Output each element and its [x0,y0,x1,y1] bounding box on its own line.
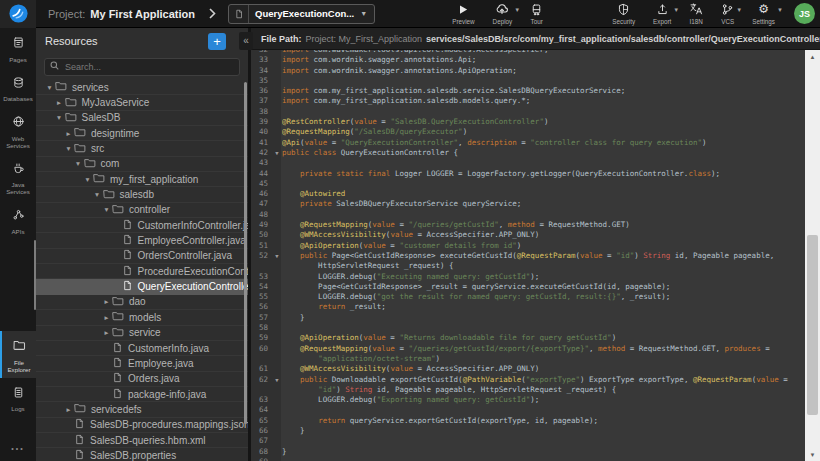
collapse-arrow-icon[interactable]: ► [101,314,112,321]
expand-arrow-icon[interactable]: ▼ [44,84,55,91]
code-line[interactable]: "id") String id, Pageable pageable, Http… [251,385,805,395]
search-input[interactable] [44,58,240,76]
deploy-button[interactable]: ▼Deploy [493,2,513,25]
tree-item[interactable]: ▼com [36,157,248,172]
code-line[interactable]: 44 private static final Logger LOGGER = … [251,169,805,179]
code-line[interactable]: 59 @ApiOperation(value = "Returns downlo… [251,333,805,343]
code-line[interactable]: 42▼public class QueryExecutionController… [251,148,805,158]
editor-scrollbar[interactable]: ▲ ▼ [805,50,820,461]
preview-button[interactable]: Preview [452,2,474,25]
vcs-button[interactable]: ▼VCS [721,2,734,25]
tree-item[interactable]: ►MyJavaService [36,95,248,110]
export-button[interactable]: ▼Export [653,2,671,25]
code-line[interactable]: 37import com.my_first_application.salesd… [251,96,805,106]
tree-item[interactable]: EmployeeController.java [36,233,248,248]
code-line[interactable]: 62▼ public Downloadable exportGetCustId(… [251,375,805,385]
expand-arrow-icon[interactable]: ▼ [54,114,65,121]
code-line[interactable]: 60 @RequestMapping(value = "/queries/get… [251,344,805,354]
scroll-up-icon[interactable]: ▲ [805,50,820,63]
sidebar-item-file-explorer[interactable]: File Explorer [0,331,36,378]
fold-marker-icon[interactable]: ▼ [272,375,282,385]
code-line[interactable]: "application/octet-stream") [251,354,805,364]
tree-item[interactable]: CustomerInfo.java [36,341,248,356]
fold-marker-icon[interactable]: ▼ [272,251,282,261]
code-line[interactable]: 58 [251,323,805,333]
code-line[interactable]: 38 [251,107,805,117]
tree-item[interactable]: ►servicedefs [36,402,248,417]
settings-button[interactable]: ⚙▼Settings [752,2,775,25]
collapse-arrow-icon[interactable]: ► [101,329,112,336]
tree-item[interactable]: Employee.java [36,356,248,371]
tree-item[interactable]: ►service [36,326,248,341]
collapse-arrow-icon[interactable]: ► [63,406,74,413]
sidebar-item-java-services[interactable]: Java Services [0,154,36,201]
code-line[interactable]: 68} [251,447,805,457]
tree-item[interactable]: CustomerInfoController.java [36,218,248,233]
code-line[interactable]: 61 @WMAccessVisibility(value = AccessSpe… [251,364,805,374]
tree-item[interactable]: ▼salesdb [36,187,248,202]
code-pane[interactable]: 32import com.wavemaker.tools.api.core.mo… [251,50,805,461]
expand-arrow-icon[interactable]: ▼ [63,145,74,152]
tree-item[interactable]: SalesDB-queries.hbm.xml [36,433,248,448]
tree-item[interactable]: package-info.java [36,387,248,402]
code-line[interactable]: 57 } [251,313,805,323]
code-line[interactable]: 34import com.wordnik.swagger.annotations… [251,66,805,76]
tree-item[interactable]: ►dao [36,295,248,310]
code-line[interactable]: 48 [251,210,805,220]
open-file-tab[interactable]: QueryExecutionCon... ▼ [228,4,375,24]
tree-item[interactable]: ▼my_first_application [36,172,248,187]
code-line[interactable]: 36import com.my_first_application.salesd… [251,86,805,96]
code-line[interactable]: 39@RestController(value = "SalesDB.Query… [251,117,805,127]
more-icon[interactable]: ••• [0,435,36,461]
tree-item[interactable]: ▼SalesDB [36,111,248,126]
tree-item[interactable]: SalesDB-procedures.mappings.json [36,418,248,433]
sidebar-item-databases[interactable]: Databases [0,68,36,108]
tree-item[interactable]: ProcedureExecutionController.java [36,264,248,279]
collapse-arrow-icon[interactable]: ► [54,99,65,106]
code-line[interactable]: 56 return _result; [251,302,805,312]
expand-arrow-icon[interactable]: ▼ [92,191,103,198]
collapse-arrow-icon[interactable]: ► [101,298,112,305]
fold-marker-icon[interactable]: ▼ [272,148,282,158]
code-line[interactable]: 64 [251,405,805,415]
code-line[interactable]: 46 @Autowired [251,189,805,199]
add-resource-button[interactable]: + [208,33,226,50]
code-line[interactable]: 43 [251,158,805,168]
tree-item[interactable]: ▼controller [36,203,248,218]
expand-arrow-icon[interactable]: ▼ [101,206,112,213]
code-line[interactable]: 53 LOGGER.debug("Executing named query: … [251,272,805,282]
sidebar-item-apis[interactable]: APIs [0,200,36,240]
tour-button[interactable]: Tour [530,2,543,25]
sidebar-item-pages[interactable]: Pages [0,28,36,68]
code-line[interactable]: 51 @ApiOperation(value = "customer detai… [251,241,805,251]
code-line[interactable]: 52▼ public Page<GetCustIdResponse> execu… [251,251,805,261]
code-line[interactable]: 49 @RequestMapping(value = "/queries/get… [251,220,805,230]
code-line[interactable]: 41@Api(value = "QueryExecutionController… [251,138,805,148]
tree-item[interactable]: ►models [36,310,248,325]
tree-item[interactable]: Orders.java [36,372,248,387]
editor-scrollbar-thumb[interactable] [807,235,818,415]
tree-item[interactable]: OrdersController.java [36,249,248,264]
code-line[interactable]: 54 Page<GetCustIdResponse> _result = que… [251,282,805,292]
security-button[interactable]: Security [612,2,635,25]
code-line[interactable]: 55 LOGGER.debug("got the result for name… [251,292,805,302]
i18n-button[interactable]: I18N [689,2,703,25]
code-line[interactable]: 66 } [251,426,805,436]
code-line[interactable]: 33import com.wordnik.swagger.annotations… [251,55,805,65]
expand-arrow-icon[interactable]: ▼ [82,176,93,183]
code-line[interactable]: HttpServletRequest _request) { [251,261,805,271]
avatar[interactable]: JS [794,3,815,24]
code-line[interactable]: 35 [251,76,805,86]
tree-item[interactable]: ►designtime [36,126,248,141]
code-line[interactable]: 65 return queryService.exportGetCustId(e… [251,416,805,426]
tree-item[interactable]: QueryExecutionController.java [36,279,248,294]
sidebar-item-logs[interactable]: Logs [0,378,36,418]
code-line[interactable]: 69 [251,457,805,461]
code-line[interactable]: 50 @WMAccessVisibility(value = AccessSpe… [251,230,805,240]
tree-scrollbar[interactable] [244,82,247,424]
tree-item[interactable]: SalesDB.properties [36,448,248,461]
app-logo[interactable] [0,0,36,28]
code-line[interactable]: 40@RequestMapping("/SalesDB/queryExecuto… [251,127,805,137]
code-line[interactable]: 67 [251,436,805,446]
scroll-down-icon[interactable]: ▼ [805,448,820,461]
